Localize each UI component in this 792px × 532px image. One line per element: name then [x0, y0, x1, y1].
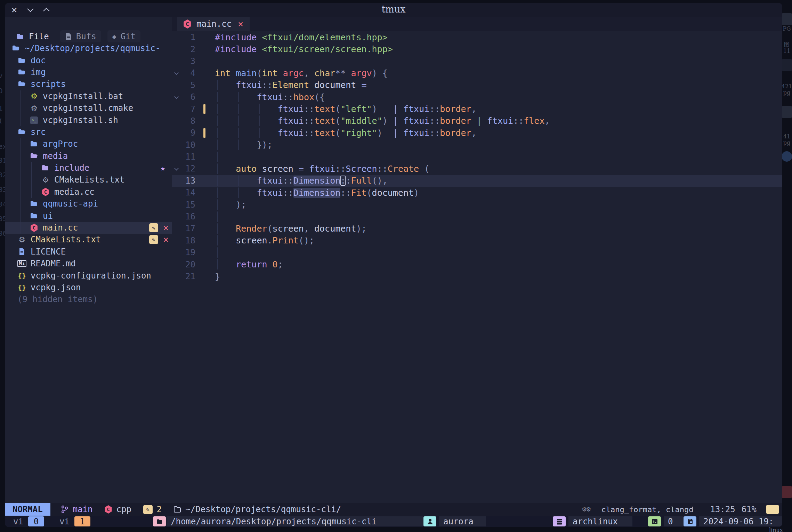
tree-item-vcpkginstall.sh[interactable]: >_vcpkgInstall.sh	[5, 114, 172, 126]
tmux-window-index[interactable]: 1	[74, 516, 90, 526]
cpp-file-icon: C	[183, 19, 192, 29]
git-change-bar	[203, 104, 205, 114]
folder-open-icon	[17, 128, 26, 137]
desktop-icon	[781, 151, 792, 162]
code-area[interactable]: 1#include <ftxui/dom/elements.hpp>2#incl…	[172, 31, 782, 503]
tree-item-img[interactable]: img	[5, 66, 172, 78]
close-file-icon[interactable]: ×	[163, 234, 169, 245]
md-icon: M↓	[17, 259, 26, 268]
tree-item-include[interactable]: include★	[5, 162, 172, 174]
tree-item-main.cc[interactable]: Cmain.cc✎×	[5, 222, 172, 234]
code-line-1: 1#include <ftxui/dom/elements.hpp>	[172, 31, 782, 43]
tree-item-media[interactable]: media	[5, 150, 172, 162]
tree-item-label: media.cc	[54, 187, 95, 197]
clock: 13:25	[710, 505, 735, 514]
tree-item-vcpkginstall.cmake[interactable]: ⚙vcpkgInstall.cmake	[5, 102, 172, 114]
code-line-7: 7│ │ │ ftxui::text("left") | ftxui::bord…	[172, 103, 782, 115]
tmux-window-name[interactable]: vi	[59, 517, 70, 526]
folder-open-icon	[17, 68, 26, 77]
tree-item-label: img	[31, 67, 46, 77]
explorer-tab-git[interactable]: ◆Git	[107, 30, 140, 42]
line-number: 20	[181, 260, 195, 269]
tree-item--9-hidden-items-[interactable]: (9 hidden items)	[5, 293, 172, 305]
tree-item-qqmusic-api[interactable]: qqmusic-api	[5, 198, 172, 210]
term-icon: >_	[30, 116, 39, 125]
desktop-icon: 421 pg	[781, 83, 792, 96]
code-line-13: 13│ │ ftxui::Dimension::Full(),	[172, 175, 782, 187]
fold-chevron-icon[interactable]	[174, 71, 179, 75]
screen: { "titlebar": { "title": "tmux" }, "side…	[0, 0, 792, 532]
titlebar: × tmux	[5, 3, 782, 17]
code-line-17: 17│ Render(screen, document);	[172, 223, 782, 234]
tree-item-label: CMakeLists.txt	[31, 235, 101, 244]
json-icon: {}	[17, 283, 26, 292]
tree-item-vcpkginstall.bat[interactable]: ⚙vcpkgInstall.bat	[5, 90, 172, 102]
gear-g-icon: ⚙	[41, 175, 50, 184]
code-line-18: 18│ screen.Print();	[172, 235, 782, 247]
tree-item-label: src	[31, 127, 46, 137]
tmux-window-index[interactable]: 0	[28, 516, 44, 526]
code-line-16: 16│	[172, 211, 782, 223]
tree-item-media.cc[interactable]: Cmedia.cc	[5, 186, 172, 198]
code-line-3: 3	[172, 55, 782, 67]
gear-g-icon: ⚙	[30, 104, 39, 113]
lsp-icon: ⚙⚙	[582, 506, 590, 513]
tree-item--desktop-projects-qqmusic-[interactable]: ~/Desktop/projects/qqmusic-	[5, 42, 172, 54]
filetype: C cpp	[105, 505, 131, 514]
code-line-15: 15│ );	[172, 199, 782, 210]
folder-open-icon	[11, 44, 21, 53]
tree-item-licence[interactable]: LICENCE	[5, 246, 172, 258]
tree-item-argproc[interactable]: argProc	[5, 138, 172, 150]
tmux-window-list: vi0vi1	[13, 516, 90, 527]
code-line-10: 10│ │ });	[172, 139, 782, 151]
calendar-badge-icon	[684, 516, 696, 526]
tmux-host: archlinux	[568, 516, 632, 526]
line-number: 1	[181, 32, 195, 42]
file-tree: ~/Desktop/projects/qqmusic-docimgscripts…	[5, 42, 172, 306]
fold-chevron-icon[interactable]	[174, 94, 179, 99]
tree-item-label: doc	[31, 56, 46, 65]
code-line-14: 14│ │ ftxui::Dimension::Fit(document)	[172, 187, 782, 199]
window-title: tmux	[5, 3, 782, 17]
git-branch: main	[61, 505, 93, 514]
editor[interactable]: C main.cc × 1#include <ftxui/dom/element…	[172, 17, 782, 503]
tree-item-cmakelists.txt[interactable]: ⚙CMakeLists.txt	[5, 174, 172, 186]
tree-item-label: argProc	[43, 139, 78, 149]
git-change-bar	[203, 128, 205, 138]
tree-item-vcpkg.json[interactable]: {}vcpkg.json	[5, 282, 172, 293]
background-glyph: O	[0, 87, 2, 95]
tab-close-icon[interactable]: ×	[238, 19, 243, 29]
tree-item-scripts[interactable]: scripts	[5, 78, 172, 90]
doc-blue-icon	[17, 247, 26, 256]
tab-main-cc[interactable]: C main.cc ×	[177, 17, 250, 31]
star-icon: ★	[161, 164, 165, 172]
modified-badge-icon: ✎	[149, 235, 158, 244]
tree-item-cmakelists.txt[interactable]: ⚙CMakeLists.txt✎×	[5, 234, 172, 245]
desktop-icon	[781, 106, 792, 118]
json-icon: {}	[17, 271, 26, 280]
tree-item-doc[interactable]: doc	[5, 54, 172, 66]
terminal-window: × tmux FileBufs◆Git ~/Desktop/projects/q…	[5, 3, 782, 527]
tree-item-vcpkg-configuration.json[interactable]: {}vcpkg-configuration.json	[5, 269, 172, 281]
code-line-5: 5│ ftxui::Element document =	[172, 79, 782, 91]
tree-item-label: vcpkgInstall.sh	[43, 115, 118, 125]
line-number: 7	[181, 104, 195, 114]
line-number: 17	[181, 224, 195, 233]
code-line-9: 9│ │ │ ftxui::text("right") | ftxui::bor…	[172, 127, 782, 139]
close-file-icon[interactable]: ×	[163, 223, 169, 233]
fold-chevron-icon[interactable]	[174, 166, 179, 171]
explorer-tab-file[interactable]: File	[11, 30, 54, 42]
cwd-path: ~/Desktop/projects/qqmusic-cli/	[173, 505, 341, 514]
folder-icon	[41, 163, 50, 172]
folder-icon	[30, 199, 39, 208]
line-number: 2	[181, 45, 195, 54]
tree-item-ui[interactable]: ui	[5, 210, 172, 221]
explorer-tab-bufs[interactable]: Bufs	[60, 30, 101, 42]
tmux-window-name[interactable]: vi	[13, 517, 23, 526]
tree-item-readme.md[interactable]: M↓README.md	[5, 258, 172, 269]
tree-item-src[interactable]: src	[5, 126, 172, 138]
code-line-11: 11│	[172, 151, 782, 163]
code-line-21: 21}	[172, 271, 782, 282]
folder-open-icon	[30, 152, 39, 161]
tree-item-label: vcpkg-configuration.json	[31, 271, 151, 281]
